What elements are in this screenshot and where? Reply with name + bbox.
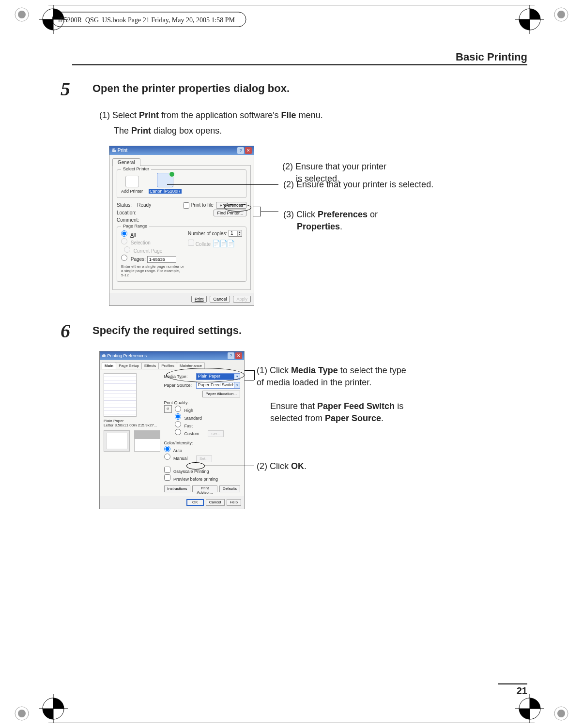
selected-printer-item[interactable]: Canon iP5200R: [149, 173, 182, 194]
leader-line-vertical: [254, 370, 255, 380]
print-dialog: 🖶 Print ?✕ General Select Printer Add Pr…: [109, 146, 254, 306]
grayscale-checkbox[interactable]: Grayscale Printing: [164, 467, 240, 474]
ok-button[interactable]: OK: [186, 499, 204, 506]
tab-main[interactable]: Main: [102, 362, 116, 369]
help-icon[interactable]: ?: [237, 147, 244, 154]
print-to-file-label: Print to file: [191, 202, 214, 208]
find-printer-button[interactable]: Find Printer...: [214, 210, 246, 216]
callout-click-ok: (2) Click OK.: [257, 460, 307, 472]
svg-point-7: [557, 710, 565, 717]
collate-icon: 📄📄📄: [212, 240, 234, 247]
paper-source-select[interactable]: Paper Feed Switch▾: [196, 382, 240, 389]
instructions-button[interactable]: Instructions: [164, 485, 191, 492]
step-number-5: 5: [61, 77, 81, 100]
leader-line: [205, 466, 254, 466]
comment-label: Comment:: [117, 217, 139, 223]
copies-label: Number of copies:: [188, 230, 227, 236]
step-6: 6 Specify the required settings.: [61, 319, 530, 342]
step-number-6: 6: [61, 319, 81, 342]
opt-selection: Selection: [121, 238, 184, 245]
group-page-range-label: Page Range: [121, 224, 149, 228]
close-icon[interactable]: ✕: [245, 147, 252, 154]
printer-icon: 🖶: [102, 353, 107, 358]
apply-button: Apply: [233, 296, 251, 303]
tab-general[interactable]: General: [112, 158, 140, 166]
printer-icon: [157, 173, 173, 187]
step-5-substeps: (1) Select Print from the application so…: [99, 109, 530, 138]
add-printer-icon: [125, 176, 139, 187]
cancel-button[interactable]: Cancel: [210, 296, 230, 303]
leader-line: [167, 184, 278, 185]
pq-high[interactable]: High: [175, 406, 224, 413]
tab-maintenance[interactable]: Maintenance: [177, 362, 205, 369]
preferences-button[interactable]: Preferences: [216, 202, 246, 209]
media-type-select[interactable]: Plain Paper▾: [196, 373, 240, 380]
print-button[interactable]: Print: [191, 296, 207, 303]
copies-spinner[interactable]: 1▲▼: [229, 230, 242, 237]
crop-mark-icon: [552, 704, 571, 723]
add-printer-label: Add Printer: [121, 189, 143, 194]
callout-media-type: (1) Click Media Type to select the type …: [257, 364, 412, 389]
print-dialog-titlebar: 🖶 Print ?✕: [109, 146, 254, 155]
text-bold: Print: [131, 126, 151, 136]
print-quality-label: Print Quality:: [164, 400, 193, 405]
paper-info-line1: Plain Paper: [104, 419, 160, 423]
print-advisor-button[interactable]: Print Advisor...: [192, 485, 217, 492]
pref-title: Printing Preferences: [107, 353, 147, 358]
quality-icon: a: [164, 405, 172, 413]
pref-help-button[interactable]: Help: [227, 499, 241, 506]
tab-effects[interactable]: Effects: [141, 362, 159, 369]
pages-input[interactable]: [147, 256, 176, 263]
spin-down-icon[interactable]: ▼: [237, 233, 242, 236]
ci-manual[interactable]: Manual Set...: [164, 454, 212, 462]
printer-icon: 🖶: [111, 148, 118, 153]
chevron-down-icon: ▾: [234, 374, 240, 379]
tab-page-setup[interactable]: Page Setup: [116, 362, 142, 369]
selected-printer-label: Canon iP5200R: [149, 189, 182, 194]
help-icon[interactable]: ?: [228, 352, 234, 359]
pref-tabs: Main Page Setup Effects Profiles Mainten…: [100, 360, 244, 369]
text: (1) Select: [99, 110, 139, 120]
add-printer-item[interactable]: Add Printer: [121, 176, 143, 194]
pref-cancel-button[interactable]: Cancel: [206, 499, 225, 506]
status-label: Status:: [117, 202, 132, 208]
pref-titlebar: 🖶 Printing Preferences ?✕: [100, 351, 244, 360]
pq-standard[interactable]: Standard: [175, 413, 224, 421]
section-header: Basic Printing: [72, 51, 527, 65]
callout-paper-source: Ensure that Paper Feed Switch is selecte…: [270, 400, 415, 425]
ci-auto[interactable]: Auto: [164, 446, 212, 453]
pq-fast[interactable]: Fast: [175, 421, 224, 428]
preview-checkbox[interactable]: Preview before printing: [164, 474, 240, 482]
print-to-file-checkbox[interactable]: [183, 202, 189, 209]
leader-line: [261, 212, 278, 212]
opt-pages[interactable]: Pages:: [121, 255, 184, 263]
paper-allocation-button[interactable]: Paper Allocation...: [202, 391, 240, 397]
location-label: Location:: [117, 210, 137, 215]
svg-point-5: [18, 710, 26, 717]
paper-preview-image: [104, 373, 137, 417]
paper-info-line2: Letter 8.50x11.00in 215.9x27...: [104, 423, 160, 427]
leader-line: [245, 370, 254, 371]
pages-hint: Enter either a single page number or a s…: [121, 264, 184, 277]
color-preview-thumb: [104, 430, 130, 452]
step-6-title: Specify the required settings.: [92, 324, 242, 337]
printer-preview-image: [134, 430, 160, 452]
tab-profiles[interactable]: Profiles: [158, 362, 177, 369]
color-intensity-label: Color/Intensity:: [164, 440, 193, 445]
text: The: [114, 126, 131, 136]
chevron-down-icon: ▾: [234, 382, 240, 388]
pq-set-button: Set...: [208, 430, 224, 437]
pq-custom[interactable]: Custom Set...: [175, 429, 224, 438]
close-icon[interactable]: ✕: [235, 352, 242, 359]
opt-all[interactable]: AAllll: [121, 230, 184, 238]
defaults-button[interactable]: Defaults: [219, 485, 240, 492]
text: menu.: [296, 110, 323, 120]
paper-source-label: Paper Source:: [164, 383, 193, 388]
text: dialog box opens.: [151, 126, 222, 136]
printing-preferences-dialog: 🖶 Printing Preferences ?✕ Main Page Setu…: [99, 351, 245, 509]
page-number: 21: [498, 683, 527, 697]
svg-point-1: [18, 11, 26, 18]
callout-click-preferences: (3) Click Preferences or Properties.: [283, 209, 378, 233]
group-select-printer-label: Select Printer: [121, 167, 151, 171]
status-value: Ready: [137, 202, 151, 208]
